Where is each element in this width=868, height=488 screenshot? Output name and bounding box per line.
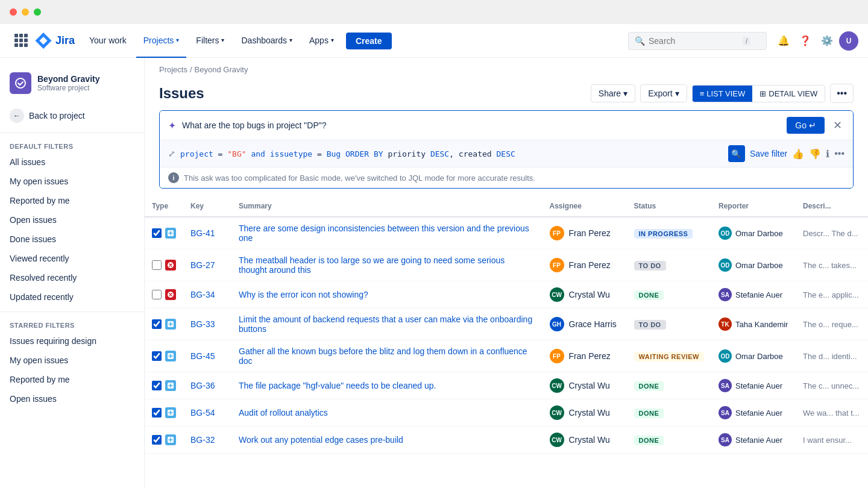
maximize-btn[interactable] <box>34 8 41 16</box>
create-button[interactable]: Create <box>346 33 392 49</box>
minimize-btn[interactable] <box>22 8 29 16</box>
task-icon <box>165 434 176 445</box>
nav-dashboards[interactable]: Dashboards ▾ <box>234 24 300 58</box>
summary-cell[interactable]: The file package "hgf-value" needs to be… <box>231 372 542 399</box>
issue-key[interactable]: BG-54 <box>190 408 215 418</box>
jql-search-button[interactable]: 🔍 <box>728 145 745 162</box>
row-checkbox[interactable] <box>152 351 162 361</box>
key-cell[interactable]: BG-54 <box>183 399 231 427</box>
sidebar-item-done-issues[interactable]: Done issues <box>0 230 144 249</box>
back-to-project[interactable]: ← Back to project <box>0 104 144 128</box>
summary-cell[interactable]: There are some design inconsistencies be… <box>231 217 542 249</box>
nav-your-work[interactable]: Your work <box>82 24 134 58</box>
jira-logo[interactable]: Jira <box>35 33 75 49</box>
summary-cell[interactable]: The meatball header is too large so we a… <box>231 249 542 281</box>
issue-key[interactable]: BG-34 <box>190 290 215 299</box>
key-cell[interactable]: BG-45 <box>183 340 231 372</box>
more-jql-icon[interactable]: ••• <box>834 148 844 159</box>
issue-key[interactable]: BG-27 <box>190 260 215 270</box>
issue-summary[interactable]: Limit the amount of backend requests tha… <box>239 314 532 334</box>
nav-projects[interactable]: Projects ▾ <box>136 24 187 58</box>
sidebar-item-my-open-issues-starred[interactable]: My open issues <box>0 351 144 370</box>
table-header-row: Type Key Summary Assignee Status <box>145 196 868 217</box>
description-text: The e... applic... <box>803 290 859 299</box>
row-checkbox[interactable] <box>152 290 162 299</box>
sidebar-item-all-issues[interactable]: All issues <box>0 152 144 172</box>
issue-summary[interactable]: Gather all the known bugs before the bli… <box>239 346 527 366</box>
issue-summary[interactable]: Audit of rollout analytics <box>239 408 328 418</box>
summary-cell[interactable]: Why is the error icon not showing? <box>231 281 542 308</box>
help-button[interactable]: ❓ <box>796 31 815 51</box>
issue-summary[interactable]: Work out any potential edge cases pre-bu… <box>239 435 403 445</box>
col-key: Key <box>183 196 231 217</box>
nav-apps[interactable]: Apps ▾ <box>302 24 341 58</box>
expand-icon[interactable]: ⤢ <box>168 149 175 158</box>
share-button[interactable]: Share ▾ <box>591 84 635 102</box>
issue-summary[interactable]: The file package "hgf-value" needs to be… <box>239 381 436 390</box>
issue-key[interactable]: BG-41 <box>190 228 215 238</box>
key-cell[interactable]: BG-36 <box>183 372 231 399</box>
row-checkbox[interactable] <box>152 228 162 238</box>
issue-summary[interactable]: There are some design inconsistencies be… <box>239 224 529 243</box>
breadcrumb-projects[interactable]: Projects <box>159 65 187 74</box>
sidebar-item-my-open-issues[interactable]: My open issues <box>0 172 144 191</box>
table-row: BG-27 The meatball header is too large s… <box>145 249 868 281</box>
more-options-button[interactable]: ••• <box>830 84 854 103</box>
user-avatar[interactable]: U <box>839 31 858 51</box>
settings-button[interactable]: ⚙️ <box>817 31 837 51</box>
summary-cell[interactable]: Work out any potential edge cases pre-bu… <box>231 427 542 454</box>
apps-grid-button[interactable] <box>10 24 33 58</box>
chevron-down-icon: ▾ <box>675 89 679 98</box>
row-checkbox[interactable] <box>152 408 162 418</box>
summary-cell[interactable]: Gather all the known bugs before the bli… <box>231 340 542 372</box>
summary-cell[interactable]: Audit of rollout analytics <box>231 399 542 427</box>
project-info: Beyond Gravity Software project <box>37 74 99 92</box>
sidebar-item-open-issues[interactable]: Open issues <box>0 210 144 230</box>
export-button[interactable]: Export ▾ <box>640 84 687 102</box>
key-cell[interactable]: BG-27 <box>183 249 231 281</box>
key-cell[interactable]: BG-33 <box>183 308 231 340</box>
description-text: Descr... The d... <box>803 229 858 238</box>
sidebar-item-updated-recently[interactable]: Updated recently <box>0 287 144 307</box>
assignee-name: Grace Harris <box>569 319 617 329</box>
summary-cell[interactable]: Limit the amount of backend requests tha… <box>231 308 542 340</box>
row-checkbox[interactable] <box>152 319 162 329</box>
assignee-cell: GH Grace Harris <box>542 308 627 340</box>
issue-summary[interactable]: The meatball header is too large so we a… <box>239 255 505 275</box>
notifications-button[interactable]: 🔔 <box>774 31 793 51</box>
detail-view-button[interactable]: ⊞ DETAIL VIEW <box>752 86 825 102</box>
sidebar-item-resolved-recently[interactable]: Resolved recently <box>0 268 144 287</box>
close-btn[interactable] <box>10 8 17 16</box>
key-cell[interactable]: BG-34 <box>183 281 231 308</box>
row-checkbox[interactable] <box>152 260 162 270</box>
ai-close-button[interactable]: ✕ <box>831 119 844 132</box>
description-cell: I want ensur... <box>796 427 868 454</box>
sidebar-project: Beyond Gravity Software project <box>0 67 144 104</box>
project-type: Software project <box>37 84 99 92</box>
issue-key[interactable]: BG-32 <box>190 435 215 445</box>
sidebar-item-reported-by-me-starred[interactable]: Reported by me <box>0 370 144 389</box>
row-checkbox[interactable] <box>152 381 162 390</box>
col-description: Descri... <box>796 196 868 217</box>
issue-summary[interactable]: Why is the error icon not showing? <box>239 290 368 299</box>
save-filter-link[interactable]: Save filter <box>750 149 787 158</box>
jql-input[interactable]: project = "BG" and issuetype = Bug ORDER… <box>180 149 723 158</box>
info-icon[interactable]: ℹ <box>826 148 829 160</box>
sidebar-item-issues-requiring-design[interactable]: Issues requiring design <box>0 331 144 351</box>
issue-key[interactable]: BG-33 <box>190 319 215 329</box>
row-checkbox[interactable] <box>152 435 162 445</box>
issue-key[interactable]: BG-45 <box>190 351 215 361</box>
key-cell[interactable]: BG-41 <box>183 217 231 249</box>
sidebar-item-open-issues-starred[interactable]: Open issues <box>0 389 144 408</box>
thumbs-up-icon[interactable]: 👍 <box>792 148 804 160</box>
issue-key[interactable]: BG-36 <box>190 381 215 390</box>
thumbs-down-icon[interactable]: 👎 <box>809 148 821 160</box>
search-box[interactable]: 🔍 / <box>628 32 767 50</box>
nav-filters[interactable]: Filters ▾ <box>189 24 231 58</box>
sidebar-item-viewed-recently[interactable]: Viewed recently <box>0 249 144 268</box>
search-input[interactable] <box>649 36 739 46</box>
sidebar-item-reported-by-me[interactable]: Reported by me <box>0 191 144 210</box>
ai-go-button[interactable]: Go ↵ <box>787 117 825 134</box>
key-cell[interactable]: BG-32 <box>183 427 231 454</box>
list-view-button[interactable]: ≡ LIST VIEW <box>693 86 753 102</box>
